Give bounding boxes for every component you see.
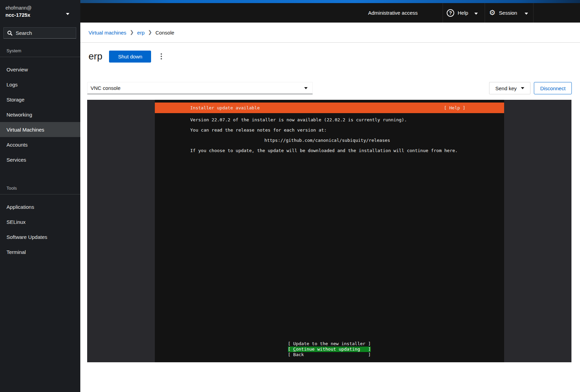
search-input[interactable] bbox=[16, 30, 72, 36]
masthead: Administrative access ? Help ⚙ Session bbox=[80, 0, 580, 23]
disconnect-button[interactable]: Disconnect bbox=[534, 82, 572, 94]
sidebar-item-terminal[interactable]: Terminal bbox=[0, 244, 80, 259]
shut-down-button[interactable]: Shut down bbox=[109, 51, 151, 63]
installer-line-continue-note: If you choose to update, the update will… bbox=[190, 148, 458, 153]
page-title: erp bbox=[89, 51, 102, 62]
breadcrumb-console: Console bbox=[156, 30, 174, 36]
installer-header-bar: Installer update available [ Help ] bbox=[155, 103, 504, 113]
sidebar: ehofmann@ ncc-1725x System Overview Logs… bbox=[0, 0, 80, 392]
masthead-divider bbox=[533, 3, 534, 23]
masthead-divider bbox=[485, 3, 485, 23]
sidebar-nav: System Overview Logs Storage Networking … bbox=[0, 39, 80, 259]
gear-icon: ⚙ bbox=[489, 9, 496, 16]
installer-header-title: Installer update available bbox=[190, 103, 260, 113]
help-caret-icon bbox=[474, 10, 478, 16]
chevron-right-icon: ❯ bbox=[148, 29, 152, 35]
option-continue-without-updating[interactable]: [ Continue without updating ] bbox=[288, 347, 371, 352]
vm-title-row: erp Shut down bbox=[89, 50, 165, 63]
vnc-console-area: Installer update available [ Help ] Vers… bbox=[87, 100, 571, 362]
breadcrumb: Virtual machines ❯ erp ❯ Console bbox=[80, 23, 580, 43]
user-menu-caret-icon bbox=[66, 10, 69, 16]
sidebar-item-overview[interactable]: Overview bbox=[0, 62, 80, 77]
search-icon bbox=[7, 30, 13, 36]
sidebar-item-selinux[interactable]: SELinux bbox=[0, 214, 80, 229]
help-menu[interactable]: ? Help bbox=[447, 3, 478, 23]
chevron-right-icon: ❯ bbox=[130, 29, 134, 35]
option-back[interactable]: [ Back ] bbox=[288, 352, 371, 357]
sidebar-item-accounts[interactable]: Accounts bbox=[0, 137, 80, 152]
sidebar-item-services[interactable]: Services bbox=[0, 152, 80, 167]
installer-line-release-notes: You can read the release notes for each … bbox=[190, 127, 327, 133]
administrative-access-label: Administrative access bbox=[368, 10, 418, 16]
sidebar-item-storage[interactable]: Storage bbox=[0, 92, 80, 107]
installer-release-url: https://github.com/canonical/subiquity/r… bbox=[155, 138, 500, 143]
installer-options: [ Update to the new installer ] [ Contin… bbox=[288, 341, 371, 357]
sidebar-item-networking[interactable]: Networking bbox=[0, 107, 80, 122]
sidebar-item-applications[interactable]: Applications bbox=[0, 199, 80, 214]
option-continue-prefix: [ bbox=[288, 347, 293, 352]
console-type-value: VNC console bbox=[91, 85, 121, 91]
cockpit-app: ehofmann@ ncc-1725x System Overview Logs… bbox=[0, 0, 580, 392]
console-type-select[interactable]: VNC console bbox=[87, 82, 313, 94]
nav-section-system: System bbox=[0, 48, 80, 57]
send-key-dropdown[interactable]: Send key bbox=[489, 82, 530, 94]
session-caret-icon bbox=[525, 10, 528, 16]
installer-help-button[interactable]: [ Help ] bbox=[444, 103, 466, 113]
option-update-installer[interactable]: [ Update to the new installer ] bbox=[288, 341, 371, 347]
select-caret-icon bbox=[304, 87, 308, 89]
kebab-menu-icon[interactable] bbox=[158, 51, 165, 62]
help-label: Help bbox=[458, 10, 468, 16]
sidebar-search[interactable] bbox=[3, 27, 76, 39]
user-menu[interactable]: ehofmann@ ncc-1725x bbox=[0, 0, 80, 23]
installer-line-version: Version 22.07.2 of the installer is now … bbox=[190, 117, 407, 123]
nav-section-tools: Tools bbox=[0, 186, 80, 194]
breadcrumb-erp[interactable]: erp bbox=[137, 30, 145, 36]
help-icon: ? bbox=[447, 9, 454, 17]
sidebar-item-virtual-machines[interactable]: Virtual Machines bbox=[0, 122, 80, 137]
send-key-label: Send key bbox=[495, 85, 517, 91]
masthead-accent-bar bbox=[80, 0, 580, 3]
breadcrumb-virtual-machines[interactable]: Virtual machines bbox=[89, 30, 126, 36]
sidebar-item-software-updates[interactable]: Software Updates bbox=[0, 229, 80, 244]
masthead-divider bbox=[443, 3, 443, 23]
option-continue-rest: ontinue without updating ] bbox=[296, 347, 371, 352]
vnc-framebuffer[interactable]: Installer update available [ Help ] Vers… bbox=[155, 100, 504, 362]
session-menu[interactable]: ⚙ Session bbox=[489, 3, 528, 23]
hostname: ncc-1725x bbox=[5, 11, 75, 19]
main-content: Virtual machines ❯ erp ❯ Console erp Shu… bbox=[80, 23, 580, 392]
username: ehofmann@ bbox=[5, 4, 75, 11]
session-label: Session bbox=[499, 10, 517, 16]
sidebar-item-logs[interactable]: Logs bbox=[0, 77, 80, 92]
console-toolbar: VNC console Send key Disconnect bbox=[80, 82, 580, 94]
send-key-caret-icon bbox=[521, 87, 524, 89]
administrative-access-button[interactable]: Administrative access bbox=[368, 3, 418, 23]
